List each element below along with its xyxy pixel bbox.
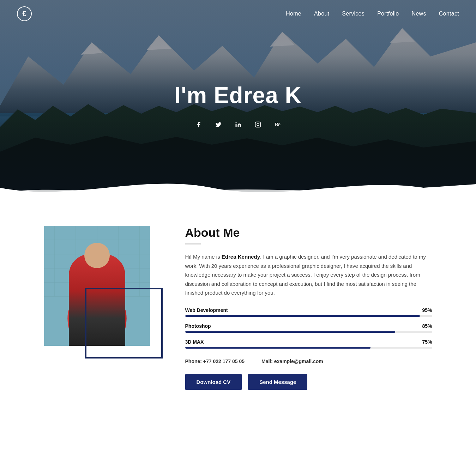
nav-item-home[interactable]: Home xyxy=(286,11,301,17)
svg-rect-12 xyxy=(255,122,260,127)
phone-label: Phone: xyxy=(185,358,202,364)
twitter-icon[interactable] xyxy=(213,120,223,129)
about-content: About Me Hi! My name is Edrea Kennedy. I… xyxy=(185,226,432,390)
hero-content: I'm Edrea K Bē xyxy=(174,82,302,129)
skill-percent-photoshop: 85% xyxy=(422,323,432,329)
skill-name-photoshop: Photoshop xyxy=(185,323,211,329)
svg-point-11 xyxy=(235,122,236,123)
skill-bar-bg-photoshop xyxy=(185,331,432,333)
instagram-icon[interactable] xyxy=(253,120,263,129)
navbar: € Home About Services Portfolio News Con… xyxy=(0,0,476,28)
behance-label: Bē xyxy=(275,122,281,128)
bio-name: Edrea Kennedy xyxy=(222,254,260,260)
bio-text: . I am a graphic designer, and I'm very … xyxy=(185,254,426,296)
skill-bar-bg-webdev xyxy=(185,315,432,317)
nav-item-contact[interactable]: Contact xyxy=(439,11,459,17)
hero-title: I'm Edrea K xyxy=(174,82,302,108)
about-inner: About Me Hi! My name is Edrea Kennedy. I… xyxy=(44,226,432,390)
about-title-underline xyxy=(185,243,201,245)
contact-info: Phone: +77 022 177 05 05 Mail: example@g… xyxy=(185,358,432,364)
cta-buttons: Download CV Send Message xyxy=(185,374,432,390)
skill-name-webdev: Web Development xyxy=(185,307,228,313)
skill-row-photoshop: Photoshop 85% xyxy=(185,323,432,333)
about-bio: Hi! My name is Edrea Kennedy. I am a gra… xyxy=(185,252,432,297)
site-logo[interactable]: € xyxy=(17,6,32,21)
hero-section: I'm Edrea K Bē xyxy=(0,0,476,198)
about-section-title: About Me xyxy=(185,226,432,240)
facebook-icon[interactable] xyxy=(194,120,204,129)
svg-point-30 xyxy=(82,269,113,287)
send-message-button[interactable]: Send Message xyxy=(248,374,307,390)
skill-bar-fill-webdev xyxy=(185,315,420,317)
about-section: About Me Hi! My name is Edrea Kennedy. I… xyxy=(0,198,476,418)
bio-intro: Hi! My name is xyxy=(185,254,222,260)
social-links: Bē xyxy=(174,120,302,129)
nav-item-services[interactable]: Services xyxy=(342,11,364,17)
phone-info: Phone: +77 022 177 05 05 xyxy=(185,358,245,364)
behance-icon[interactable]: Bē xyxy=(273,120,283,129)
linkedin-icon[interactable] xyxy=(233,120,243,129)
skill-row-webdev: Web Development 95% xyxy=(185,307,432,317)
skill-percent-webdev: 95% xyxy=(422,307,432,313)
about-photo-wrap xyxy=(44,226,157,353)
about-photo-border xyxy=(85,288,163,358)
download-cv-button[interactable]: Download CV xyxy=(185,374,242,390)
skill-bar-fill-photoshop xyxy=(185,331,395,333)
skill-bar-bg-3dmax xyxy=(185,347,432,349)
nav-links: Home About Services Portfolio News Conta… xyxy=(286,11,459,17)
mail-value: example@gmail.com xyxy=(274,358,323,364)
nav-item-portfolio[interactable]: Portfolio xyxy=(377,11,399,17)
nav-item-about[interactable]: About xyxy=(314,11,329,17)
nav-item-news[interactable]: News xyxy=(412,11,426,17)
skills-container: Web Development 95% Photoshop 85% xyxy=(185,307,432,349)
svg-point-31 xyxy=(83,269,111,282)
hero-wave-divider xyxy=(0,174,476,198)
skill-name-3dmax: 3D MAX xyxy=(185,339,204,345)
mail-label: Mail: xyxy=(261,358,273,364)
svg-rect-10 xyxy=(235,124,236,127)
skill-row-3dmax: 3D MAX 75% xyxy=(185,339,432,349)
skill-bar-fill-3dmax xyxy=(185,347,370,349)
phone-value: +77 022 177 05 05 xyxy=(203,358,245,364)
mail-info: Mail: example@gmail.com xyxy=(261,358,323,364)
skill-percent-3dmax: 75% xyxy=(422,339,432,345)
